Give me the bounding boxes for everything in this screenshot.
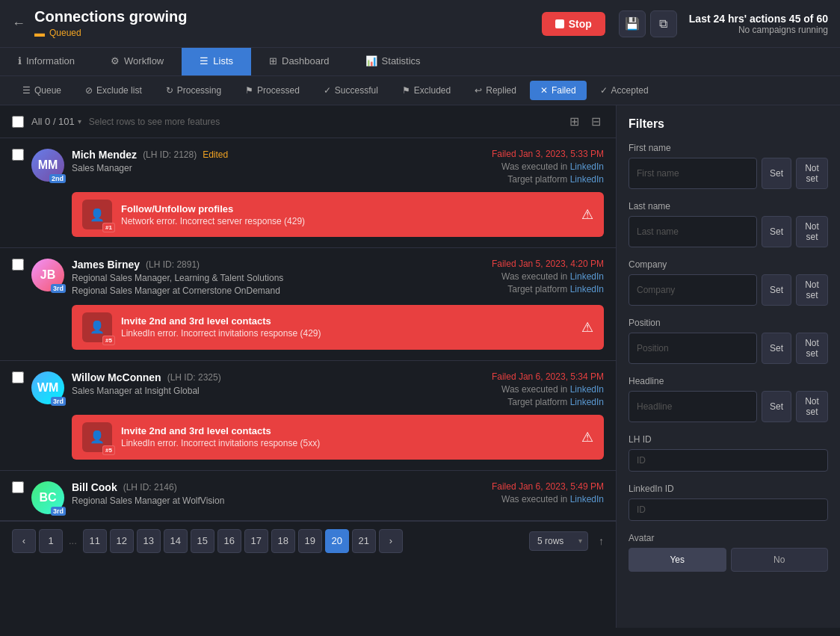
company-set-button[interactable]: Set [762, 274, 791, 306]
failed-date: Failed Jan 6, 2023, 5:49 PM [492, 481, 604, 492]
target-platform: Target platform LinkedIn [492, 174, 604, 185]
copy-icon-button[interactable]: ⧉ [650, 10, 677, 37]
subtab-queue[interactable]: ☰ Queue [12, 81, 72, 100]
action-num: #5 [102, 336, 115, 345]
row-checkbox-willow-mcconnen[interactable] [12, 371, 24, 383]
action-icon: 👤 #1 [82, 200, 112, 229]
action-icon: 👤 #5 [82, 312, 112, 342]
subtab-excluded[interactable]: ⚑ Excluded [392, 81, 461, 100]
company-label: Company [629, 259, 828, 270]
page-20-button[interactable]: 20 [325, 529, 349, 553]
exec-info: Was executed in LinkedIn [492, 161, 604, 172]
prev-page-button[interactable]: ‹ [12, 529, 36, 553]
headline-set-button[interactable]: Set [762, 391, 791, 422]
first-name-set-button[interactable]: Set [762, 158, 791, 189]
tab-information[interactable]: ℹ Information [0, 48, 93, 75]
tab-lists[interactable]: ☰ Lists [182, 48, 251, 75]
subtab-processing[interactable]: ↻ Processing [155, 81, 232, 100]
tab-dashboard[interactable]: ⊞ Dashboard [251, 48, 348, 75]
page-15-button[interactable]: 15 [191, 529, 214, 553]
select-hint: Select rows to see more features [89, 117, 559, 127]
page-1-button[interactable]: 1 [39, 529, 63, 553]
page-17-button[interactable]: 17 [244, 529, 268, 553]
linkedin-id-label: LinkedIn ID [629, 484, 828, 494]
info-icon: ℹ [18, 55, 22, 67]
back-button[interactable]: ← [12, 16, 25, 31]
stop-button[interactable]: Stop [542, 12, 605, 36]
subtab-replied[interactable]: ↩ Replied [464, 81, 527, 100]
page-19-button[interactable]: 19 [298, 529, 322, 553]
contact-lhid: (LH ID: 2891) [146, 259, 200, 270]
sort-asc-button[interactable]: ↑ [599, 535, 604, 547]
subtab-exclude-list[interactable]: ⊘ Exclude list [75, 81, 152, 100]
avatar-willow-mcconnen: WM 3rd [31, 371, 64, 404]
subtab-processed[interactable]: ⚑ Processed [235, 81, 310, 100]
page-11-button[interactable]: 11 [83, 529, 107, 553]
action-num: #5 [102, 445, 115, 455]
contact-name: Willow McConnen [72, 371, 161, 383]
avatar-no-button[interactable]: No [731, 548, 829, 572]
target-platform: Target platform LinkedIn [492, 284, 604, 294]
save-icon-button[interactable]: 💾 [619, 10, 646, 37]
row-checkbox-bill-cook[interactable] [12, 481, 24, 493]
page-13-button[interactable]: 13 [137, 529, 161, 553]
action-title: Invite 2nd and 3rd level contacts [121, 425, 572, 436]
page-16-button[interactable]: 16 [217, 529, 241, 553]
position-set-button[interactable]: Set [762, 333, 791, 364]
row-checkbox-james-birney[interactable] [12, 259, 24, 271]
avatar-bill-cook: BC 3rd [31, 481, 64, 514]
avatar-yes-button[interactable]: Yes [629, 548, 726, 572]
headline-not-set-button[interactable]: Not set [796, 391, 828, 422]
toolbar-icons: ⊞ ⊟ [566, 113, 604, 130]
avatar-label: Avatar [629, 533, 828, 543]
failed-date: Failed Jan 6, 2023, 5:34 PM [492, 371, 604, 382]
row-checkbox-mich-mendez[interactable] [12, 149, 24, 161]
position-not-set-button[interactable]: Not set [796, 333, 828, 364]
first-name-not-set-button[interactable]: Not set [796, 158, 828, 189]
tab-statistics[interactable]: 📊 Statistics [348, 48, 439, 75]
avatar-james-birney: JB 3rd [31, 259, 64, 291]
last-name-input[interactable] [629, 216, 757, 247]
first-name-label: First name [629, 143, 828, 153]
last-name-label: Last name [629, 201, 828, 212]
headline-input[interactable] [629, 391, 757, 422]
page-12-button[interactable]: 12 [110, 529, 134, 553]
subtab-accepted[interactable]: ✓ Accepted [590, 81, 659, 100]
rows-select: 5 rows 10 rows 25 rows 50 rows ▾ ↑ [529, 531, 604, 551]
alert-icon: ⚠ [581, 206, 593, 223]
exec-info: Was executed in LinkedIn [492, 271, 604, 282]
first-name-input[interactable] [629, 158, 757, 189]
last-name-set-button[interactable]: Set [762, 216, 791, 247]
select-all-checkbox[interactable] [12, 116, 24, 128]
alert-icon: ⚠ [581, 319, 593, 336]
action-block: 👤 #1 Follow/Unfollow profiles Network er… [72, 192, 604, 237]
last-name-not-set-button[interactable]: Not set [796, 216, 828, 247]
filter-avatar: Avatar Yes No [629, 533, 828, 572]
contact-subtitle: Regional Sales Manager at Cornerstone On… [72, 285, 492, 297]
linkedin-id-input[interactable] [629, 498, 828, 521]
tab-workflow[interactable]: ⚙ Workflow [93, 48, 182, 75]
subtab-successful[interactable]: ✓ Successful [313, 81, 389, 100]
next-page-button[interactable]: › [379, 529, 403, 553]
campaign-status: ▬ Queued [34, 27, 542, 39]
rows-per-page-select[interactable]: 5 rows 10 rows 25 rows 50 rows [529, 531, 588, 551]
page-18-button[interactable]: 18 [271, 529, 295, 553]
list-toolbar: All 0 / 101 ▾ Select rows to see more fe… [0, 105, 616, 138]
position-label: Position [629, 318, 828, 328]
subtab-failed[interactable]: ✕ Failed [530, 81, 587, 100]
action-block: 👤 #5 Invite 2nd and 3rd level contacts L… [72, 305, 604, 350]
filter-icon-button[interactable]: ⊞ [566, 113, 582, 130]
contact-lhid: (LH ID: 2325) [167, 372, 221, 383]
columns-icon-button[interactable]: ⊟ [588, 113, 604, 130]
company-input[interactable] [629, 274, 757, 306]
campaign-title: Connections growing [34, 8, 542, 25]
lh-id-input[interactable] [629, 449, 828, 472]
position-input[interactable] [629, 333, 757, 364]
contact-title: Sales Manager [72, 162, 492, 175]
page-14-button[interactable]: 14 [164, 529, 188, 553]
page-21-button[interactable]: 21 [352, 529, 376, 553]
company-not-set-button[interactable]: Not set [796, 274, 828, 306]
chevron-down-icon[interactable]: ▾ [78, 117, 81, 126]
contact-name: Bill Cook [72, 481, 117, 493]
contact-name: Mich Mendez [72, 149, 137, 161]
